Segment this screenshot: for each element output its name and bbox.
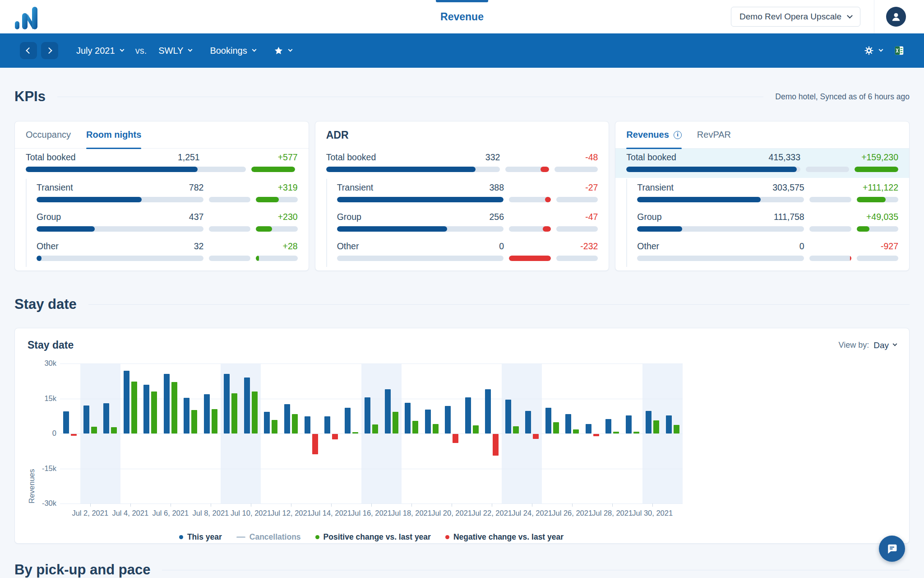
bar-change-jul-4[interactable] [131,382,137,434]
bar-change-jul-21[interactable] [473,425,479,434]
chat-launcher[interactable] [879,536,905,562]
kpis-heading: KPIs [14,89,46,105]
kpi-row-change: +28 [203,241,297,252]
bar-change-jul-7[interactable] [191,410,197,434]
settings-dropdown[interactable] [864,46,882,56]
bar-this-year-jul-31[interactable] [666,415,672,434]
kpi-bar-segment [806,167,849,172]
kpi-bar-segment [256,226,297,232]
bar-change-jul-16[interactable] [372,424,378,434]
bar-this-year-jul-7[interactable] [184,398,189,434]
comparison-dropdown[interactable]: SWLY [158,46,192,56]
bar-change-jul-17[interactable] [393,412,398,434]
prev-month-button[interactable] [20,42,37,59]
bar-change-jul-14[interactable] [332,434,338,439]
kpi-tab-revpar[interactable]: RevPAR [697,121,731,149]
kpi-tab-revenues[interactable]: Revenuesi [626,121,682,149]
kpis-section-header: KPIs Demo hotel, Synced as of 6 hours ag… [14,89,910,105]
kpi-tab-occupancy[interactable]: Occupancy [26,121,71,149]
bar-change-jul-23[interactable] [513,426,519,434]
kpi-bar-segment [556,197,598,202]
bar-change-jul-5[interactable] [151,392,157,434]
export-excel-button[interactable] [894,46,904,56]
legend-item-this-year[interactable]: This year [179,532,222,542]
bar-this-year-jul-25[interactable] [545,408,551,434]
bar-this-year-jul-17[interactable] [385,389,391,434]
bar-this-year-jul-14[interactable] [324,416,330,434]
info-icon[interactable]: i [674,131,682,139]
x-axis-tick [90,503,91,507]
bar-change-jul-24[interactable] [533,434,539,439]
bar-this-year-jul-3[interactable] [103,403,109,434]
bar-change-jul-3[interactable] [111,427,117,434]
bar-change-jul-6[interactable] [171,382,177,434]
bar-change-jul-29[interactable] [633,432,639,434]
bar-change-jul-1[interactable] [71,434,77,436]
comparison-dropdown-value: SWLY [158,46,183,56]
bar-this-year-jul-13[interactable] [305,416,310,434]
bar-this-year-jul-15[interactable] [345,408,351,434]
kpi-bar [337,226,598,232]
bar-change-jul-12[interactable] [292,414,298,434]
kpi-row-label: Total booked [26,152,76,163]
bar-change-jul-19[interactable] [433,424,439,434]
x-axis-tick [492,503,492,507]
favorites-dropdown[interactable] [274,46,292,56]
bar-this-year-jul-2[interactable] [83,406,89,434]
bar-this-year-jul-29[interactable] [626,415,632,434]
bar-change-jul-27[interactable] [593,434,599,436]
legend-item-cancellations[interactable]: Cancellations [236,532,301,542]
bar-change-jul-10[interactable] [252,392,258,434]
bar-change-jul-20[interactable] [453,434,458,443]
bar-this-year-jul-19[interactable] [425,410,431,434]
bar-this-year-jul-1[interactable] [63,411,69,434]
bar-this-year-jul-11[interactable] [264,412,270,434]
bar-this-year-jul-18[interactable] [405,403,411,434]
bar-this-year-jul-30[interactable] [646,411,651,434]
property-selector[interactable]: Demo Revl Opera Upscale [731,7,860,27]
legend-item-negative-change-vs-last-year[interactable]: Negative change vs. last year [445,532,564,542]
bar-change-jul-28[interactable] [613,432,619,434]
bar-this-year-jul-10[interactable] [244,378,250,434]
app-logo[interactable] [13,4,41,32]
bar-this-year-jul-24[interactable] [525,411,531,434]
bar-this-year-jul-16[interactable] [365,397,370,434]
legend-item-positive-change-vs-last-year[interactable]: Positive change vs. last year [315,532,431,542]
bar-change-jul-2[interactable] [91,427,97,434]
bar-this-year-jul-6[interactable] [164,374,170,434]
bar-change-jul-18[interactable] [412,421,418,434]
metric-dropdown[interactable]: Bookings [210,46,255,56]
bar-this-year-jul-28[interactable] [605,419,611,434]
bar-change-jul-22[interactable] [493,434,499,456]
bar-this-year-jul-9[interactable] [224,374,230,434]
kpi-bar-fill-blue [37,197,142,202]
bar-change-jul-11[interactable] [272,420,277,434]
bar-this-year-jul-5[interactable] [143,385,149,434]
bar-change-jul-15[interactable] [352,432,358,434]
bar-change-jul-9[interactable] [231,393,237,434]
account-avatar[interactable] [886,7,906,27]
bar-change-jul-30[interactable] [653,420,659,434]
next-month-button[interactable] [41,42,58,59]
bar-change-jul-13[interactable] [312,434,318,454]
kpi-bar-fill-green [857,197,886,202]
bar-this-year-jul-27[interactable] [586,424,591,434]
kpi-tab-room-nights[interactable]: Room nights [86,121,141,149]
chart-title: Stay date [28,339,74,351]
bar-this-year-jul-23[interactable] [505,400,511,434]
bar-this-year-jul-4[interactable] [124,371,129,434]
bar-change-jul-31[interactable] [674,425,679,434]
view-by-dropdown[interactable]: View by: Day [839,340,897,350]
kpi-row-label: Group [337,212,361,222]
bar-change-jul-25[interactable] [553,422,559,434]
bar-change-jul-26[interactable] [573,429,579,434]
bar-this-year-jul-26[interactable] [565,414,571,434]
bar-this-year-jul-20[interactable] [445,406,451,434]
bar-this-year-jul-8[interactable] [204,394,210,434]
bar-this-year-jul-22[interactable] [485,389,491,434]
month-dropdown[interactable]: July 2021 [76,46,124,56]
bar-this-year-jul-21[interactable] [465,397,471,434]
bar-this-year-jul-12[interactable] [284,404,290,434]
bar-change-jul-8[interactable] [212,409,217,434]
tab-revenue[interactable]: Revenue [436,0,488,33]
